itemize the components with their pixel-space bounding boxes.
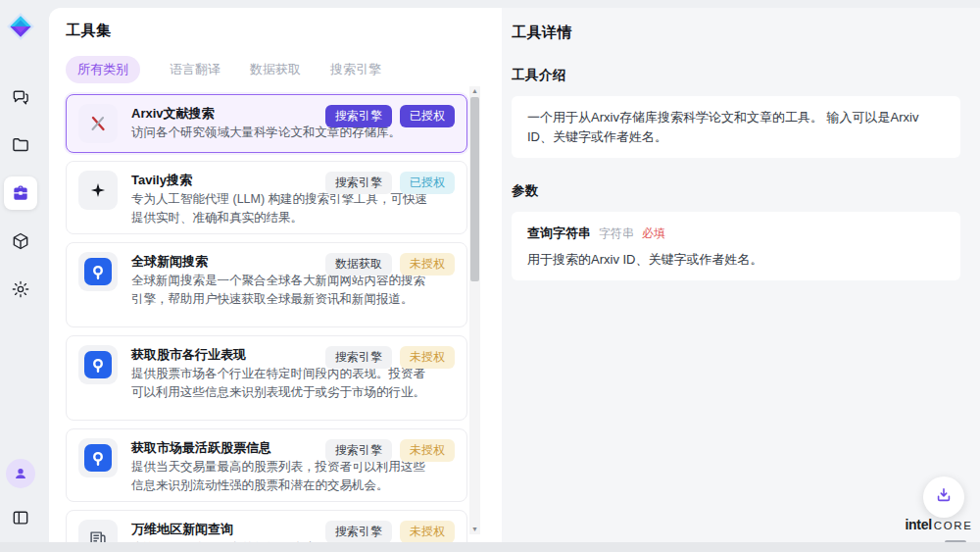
tool-item-global-news[interactable]: 全球新闻搜索 全球新闻搜索是一个聚合全球各大新闻网站内容的搜索引擎，帮助用户快速…: [66, 242, 467, 327]
intel-core-wordmark: intel CORE: [904, 517, 974, 532]
param-required-flag: 必填: [642, 225, 665, 242]
user-avatar-icon[interactable]: [6, 459, 35, 488]
chat-icon[interactable]: [4, 80, 37, 114]
four-point-star-icon: [78, 171, 118, 210]
category-badge: 搜索引擎: [325, 346, 392, 369]
settings-gear-icon[interactable]: [4, 273, 37, 306]
badges: 搜索引擎 未授权: [325, 346, 455, 369]
panel-title: 工具集: [66, 22, 502, 40]
scroll-up-icon[interactable]: ▲: [471, 86, 478, 96]
toolbox-icon[interactable]: [4, 176, 37, 210]
app-logo-diamond-icon: [6, 12, 35, 41]
auth-status-badge: 未授权: [400, 346, 455, 369]
tool-description: 提供股票市场各个行业在特定时间段内的表现。投资者可以利用这些信息来识别表现优于或…: [131, 365, 437, 404]
tool-description: 专为人工智能代理 (LLM) 构建的搜索引擎工具，可快速提供实时、准确和真实的结…: [131, 190, 437, 229]
badges: 搜索引擎 已授权: [325, 105, 455, 127]
scrollbar-thumb[interactable]: [470, 97, 479, 281]
juhe-search-icon: [78, 438, 118, 477]
tab-all-categories[interactable]: 所有类别: [66, 56, 140, 83]
category-badge: 搜索引擎: [325, 105, 392, 127]
sidebar-bottom: [0, 459, 41, 534]
layout-columns-icon[interactable]: [4, 501, 37, 534]
sidebar: [0, 0, 41, 552]
badges: 搜索引擎 未授权: [325, 521, 455, 542]
tool-item-arxiv[interactable]: Arxiv文献搜索 访问各个研究领域大量科学论文和文章的存储库。 搜索引擎 已授…: [66, 94, 467, 153]
category-badge: 搜索引擎: [325, 439, 392, 462]
auth-status-badge: 未授权: [400, 521, 455, 542]
category-badge: 数据获取: [325, 253, 392, 276]
cube-icon[interactable]: [4, 225, 37, 258]
param-type: 字符串: [599, 225, 634, 242]
auth-status-badge: 已授权: [400, 172, 455, 194]
intro-card: 一个用于从Arxiv存储库搜索科学论文和文章的工具。 输入可以是Arxiv ID…: [512, 96, 960, 158]
param-description: 用于搜索的Arxiv ID、关键字或作者姓名。: [527, 250, 945, 270]
tab-data-fetch[interactable]: 数据获取: [250, 61, 301, 78]
category-badge: 搜索引擎: [325, 521, 392, 542]
tool-description: 全球新闻搜索是一个聚合全球各大新闻网站内容的搜索引擎，帮助用户快速获取全球最新资…: [131, 272, 437, 311]
juhe-search-icon: [78, 252, 118, 291]
detail-title: 工具详情: [512, 24, 960, 42]
scroll-down-icon[interactable]: ▼: [471, 525, 478, 534]
param-header: 查询字符串 字符串 必填: [527, 224, 945, 243]
intel-text: intel: [906, 517, 932, 532]
juhe-search-icon: [78, 345, 118, 384]
tool-item-regional-news[interactable]: 万维地区新闻查询 查询具体行政区划内的新闻，快速了解各地新闻动 搜索引擎 未授权: [66, 510, 467, 542]
auth-status-badge: 未授权: [400, 253, 455, 276]
bottom-strip: [0, 542, 980, 552]
intro-heading: 工具介绍: [512, 67, 960, 84]
tool-detail-panel: 工具详情 工具介绍 一个用于从Arxiv存储库搜索科学论文和文章的工具。 输入可…: [502, 8, 980, 542]
download-button[interactable]: [923, 477, 964, 518]
tool-item-active-stocks[interactable]: 获取市场最活跃股票信息 提供当天交易量最高的股票列表，投资者可以利用这些信息来识…: [66, 428, 467, 502]
category-tabs: 所有类别 语言翻译 数据获取 搜索引擎: [66, 57, 502, 81]
badges: 数据获取 未授权: [325, 253, 455, 276]
param-card: 查询字符串 字符串 必填 用于搜索的Arxiv ID、关键字或作者姓名。: [512, 212, 960, 280]
list-scrollbar[interactable]: ▲ ▼: [469, 86, 480, 534]
intro-text: 一个用于从Arxiv存储库搜索科学论文和文章的工具。 输入可以是Arxiv ID…: [527, 110, 918, 144]
auth-status-badge: 已授权: [400, 105, 455, 127]
arxiv-x-icon: [78, 104, 118, 143]
tool-item-stock-sectors[interactable]: 获取股市各行业表现 提供股票市场各个行业在特定时间段内的表现。投资者可以利用这些…: [66, 335, 467, 421]
sidebar-nav: [4, 80, 37, 306]
tool-item-tavily[interactable]: Tavily搜索 专为人工智能代理 (LLM) 构建的搜索引擎工具，可快速提供实…: [66, 161, 467, 234]
tool-list-panel: 工具集 所有类别 语言翻译 数据获取 搜索引擎 Arxiv文献搜索 访问各个研究…: [49, 8, 502, 542]
core-text: CORE: [934, 520, 973, 531]
category-badge: 搜索引擎: [325, 172, 392, 194]
newspaper-icon: [78, 520, 118, 542]
badges: 搜索引擎 已授权: [325, 172, 455, 194]
folder-icon[interactable]: [4, 128, 37, 162]
tab-search-engine[interactable]: 搜索引擎: [330, 61, 381, 78]
params-heading: 参数: [512, 182, 960, 200]
tool-list: Arxiv文献搜索 访问各个研究领域大量科学论文和文章的存储库。 搜索引擎 已授…: [66, 94, 467, 542]
tab-language-translation[interactable]: 语言翻译: [170, 61, 220, 78]
badges: 搜索引擎 未授权: [325, 439, 455, 462]
auth-status-badge: 未授权: [400, 439, 455, 462]
param-name: 查询字符串: [527, 224, 591, 243]
download-icon: [934, 485, 954, 509]
tool-description: 提供当天交易量最高的股票列表，投资者可以利用这些信息来识别流动性强的股票和潜在的…: [131, 458, 437, 497]
